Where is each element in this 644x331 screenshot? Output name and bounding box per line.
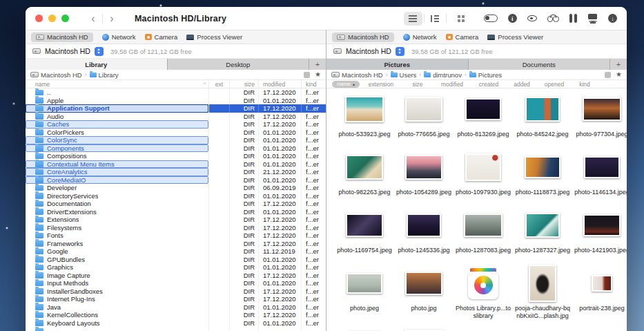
grid-item[interactable]: photo-1054289.jpeg: [394, 148, 453, 206]
grid-item[interactable]: photo-977304.jpeg: [572, 90, 627, 148]
preview-button[interactable]: [527, 15, 537, 21]
tab-pictures[interactable]: Pictures: [326, 59, 469, 70]
file-row[interactable]: Fonts DIR 17.12.2020 f...er: [26, 231, 326, 240]
drive-selector[interactable]: [95, 47, 104, 56]
info-button[interactable]: i: [508, 14, 517, 23]
close-button[interactable]: [35, 15, 43, 22]
file-row[interactable]: Google DIR 11.12.2019 f...er: [26, 247, 326, 256]
column-extension[interactable]: extension: [360, 81, 402, 88]
file-row[interactable]: Input Methods DIR 01.01.2020 f...er: [26, 279, 326, 287]
file-row[interactable]: CoreMediaIO DIR 01.01.2020 f...er: [26, 176, 326, 185]
file-row[interactable]: Apple DIR 01.01.2020 f...er: [26, 97, 326, 105]
grid-item[interactable]: photo.jpeg: [335, 264, 394, 322]
column-added[interactable]: added: [506, 81, 538, 88]
zoom-button[interactable]: [61, 15, 69, 22]
file-row[interactable]: Caches DIR 17.12.2020 f...er: [26, 120, 326, 129]
tab-documents[interactable]: Documents: [469, 59, 611, 70]
grid-item[interactable]: photo-1421903.jpeg: [572, 206, 627, 264]
file-row[interactable]: CoreAnalytics DIR 21.12.2020 f...er: [26, 168, 326, 176]
file-row[interactable]: Developer DIR 06.09.2019 f...er: [26, 184, 326, 192]
breadcrumb[interactable]: Library: [90, 71, 119, 79]
file-row[interactable]: Extensions DIR 17.12.2020 f...er: [26, 216, 326, 224]
grid-item[interactable]: photo-1287327.jpeg: [513, 206, 572, 264]
grid-item[interactable]: photo-1169754.jpeg: [335, 206, 394, 264]
file-row[interactable]: Compositions DIR 01.01.2020 f...er: [26, 152, 326, 160]
downloads-button[interactable]: ↓: [608, 14, 617, 23]
file-row[interactable]: DirectoryServices DIR 01.01.2020 f...er: [26, 192, 326, 200]
breadcrumb[interactable]: Pictures: [469, 71, 502, 79]
new-tab-button[interactable]: +: [309, 59, 326, 70]
file-row[interactable]: DriverExtensions DIR 01.01.2020 f...er: [26, 208, 326, 216]
column-name-sorted[interactable]: name▴: [332, 81, 360, 88]
file-row[interactable]: InstallerSandboxes DIR 17.12.2020 f...er: [26, 287, 326, 296]
device-camera[interactable]: Camera: [446, 33, 479, 41]
grid-item[interactable]: portrait-238.jpeg: [572, 264, 627, 322]
column-kind[interactable]: kind: [301, 81, 326, 88]
grid-item[interactable]: Photos Library.p...toslibrary: [453, 264, 513, 322]
file-row[interactable]: ColorSync DIR 01.01.2020 f...er: [26, 136, 326, 144]
minimize-button[interactable]: [48, 15, 56, 22]
column-created[interactable]: created: [471, 81, 506, 88]
grid-item[interactable]: photo-776656.jpeg: [394, 90, 453, 148]
grid-item[interactable]: [335, 322, 394, 331]
device-macintosh-hd[interactable]: Macintosh HD: [332, 32, 394, 42]
drive-selector[interactable]: [396, 47, 404, 56]
file-row[interactable]: Image Capture DIR 17.12.2020 f...er: [26, 272, 326, 280]
tab-library[interactable]: Library: [26, 59, 168, 70]
search-button[interactable]: [547, 15, 559, 22]
column-ext[interactable]: ext: [208, 81, 229, 88]
file-row[interactable]: Filesystems DIR 17.12.2020 f...er: [26, 224, 326, 232]
file-row[interactable]: Audio DIR 17.12.2020 f...er: [26, 113, 326, 121]
device-network[interactable]: Network: [403, 33, 437, 41]
column-size[interactable]: size: [402, 81, 433, 88]
file-row[interactable]: Java DIR 01.01.2020 f...er: [26, 303, 326, 312]
device-camera[interactable]: Camera: [145, 33, 178, 41]
file-row[interactable]: Frameworks DIR 17.12.2020 f...er: [26, 240, 326, 248]
device-process-viewer[interactable]: Process Viewer: [186, 33, 242, 41]
network-button[interactable]: [587, 14, 598, 23]
file-row[interactable]: Documentation DIR 17.12.2020 f...er: [26, 200, 326, 208]
column-opened[interactable]: opened: [538, 81, 571, 88]
tab-desktop[interactable]: Desktop: [168, 59, 310, 70]
file-row[interactable]: Contextual Menu Items DIR 01.01.2020 f..…: [26, 160, 326, 169]
file-row[interactable]: Internet Plug-Ins DIR 17.12.2020 f...er: [26, 295, 326, 303]
device-macintosh-hd[interactable]: Macintosh HD: [31, 32, 93, 42]
toggle-panel-button[interactable]: [484, 15, 498, 22]
grid-item[interactable]: photo-1287083.jpeg: [453, 206, 513, 264]
file-row[interactable]: KernelCollections DIR 17.12.2020 f...er: [26, 311, 326, 319]
grid-item[interactable]: photo-1146134.jpeg: [572, 148, 627, 206]
file-row[interactable]: .. DIR 17.12.2020 f...er: [26, 88, 326, 97]
column-modified[interactable]: modified: [258, 81, 301, 88]
view-mode-icon[interactable]: [304, 72, 310, 78]
file-row[interactable]: Components DIR 01.01.2020 f...er: [26, 144, 326, 153]
forward-button[interactable]: ›: [103, 13, 121, 24]
file-row[interactable]: Keyboard Layouts DIR 01.01.2020 f...er: [26, 319, 326, 328]
file-row[interactable]: Graphics DIR 01.01.2020 f...er: [26, 263, 326, 272]
grid-item[interactable]: photo-1118873.jpeg: [513, 148, 572, 206]
grid-item[interactable]: photo-1097930.jpeg: [453, 148, 513, 206]
view-mode-icon[interactable]: [605, 72, 611, 78]
grid-item[interactable]: pooja-chaudhary-bqnbKxiIG...plash.jpg: [513, 264, 572, 322]
grid-item[interactable]: photo-533923.jpeg: [335, 90, 394, 148]
grid-item[interactable]: photo-982263.jpeg: [335, 148, 394, 206]
favorites-star-icon[interactable]: ★: [616, 71, 622, 78]
device-process-viewer[interactable]: Process Viewer: [487, 33, 543, 41]
dual-pane-button[interactable]: [569, 14, 577, 23]
grid-item[interactable]: [394, 322, 453, 331]
column-modified[interactable]: modified: [433, 81, 471, 88]
column-size[interactable]: size: [229, 81, 258, 88]
grid-item[interactable]: photo-845242.jpeg: [513, 90, 572, 148]
grid-item[interactable]: photo-1245336.jpg: [394, 206, 453, 264]
column-kind[interactable]: kind: [571, 81, 598, 88]
breadcrumb[interactable]: Macintosh HD: [30, 71, 82, 79]
breadcrumb[interactable]: Users: [391, 71, 417, 79]
breadcrumb[interactable]: dimtrunov: [424, 71, 462, 79]
grid-item[interactable]: photo-813269.jpeg: [453, 90, 513, 148]
view-detail-button[interactable]: [426, 12, 445, 26]
column-name[interactable]: name^: [26, 81, 208, 88]
view-list-button[interactable]: [404, 12, 422, 26]
file-row[interactable]: ColorPickers DIR 01.01.2020 f...er: [26, 129, 326, 137]
favorites-star-icon[interactable]: ★: [315, 71, 321, 78]
new-tab-button[interactable]: +: [610, 59, 627, 70]
file-row[interactable]: [26, 327, 326, 331]
